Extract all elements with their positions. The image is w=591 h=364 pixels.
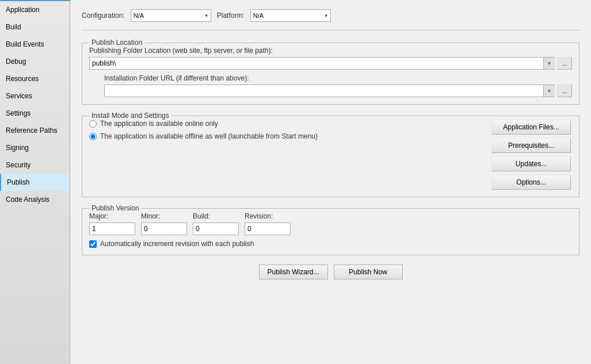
platform-label: Platform:	[217, 12, 245, 20]
installation-input-row: ▼ ...	[104, 85, 572, 97]
build-label: Build:	[193, 212, 239, 220]
folder-combo-wrapper: ▼	[89, 57, 555, 70]
folder-label: Publishing Folder Location (web site, ft…	[89, 47, 572, 55]
sidebar-item-settings[interactable]: Settings	[0, 105, 70, 122]
offline-label[interactable]: The application is available offline as …	[100, 132, 318, 140]
options-button[interactable]: Options...	[491, 175, 571, 190]
install-mode-right: Application Files... Prerequisites... Up…	[491, 120, 572, 190]
sidebar-item-build-events[interactable]: Build Events	[0, 36, 70, 53]
folder-dropdown-arrow[interactable]: ▼	[543, 57, 555, 70]
minor-label: Minor:	[141, 212, 187, 220]
configuration-select-wrapper: N/A	[131, 9, 211, 22]
revision-input[interactable]	[245, 223, 291, 235]
sidebar: Application Build Build Events Debug Res…	[0, 0, 70, 364]
installation-label: Installation Folder URL (if different th…	[104, 74, 572, 82]
sidebar-item-reference-paths[interactable]: Reference Paths	[0, 122, 70, 139]
revision-label: Revision:	[245, 212, 291, 220]
install-mode-radio-group: The application is available online only…	[89, 120, 486, 140]
application-files-button[interactable]: Application Files...	[491, 120, 571, 135]
folder-input[interactable]	[89, 57, 555, 70]
installation-combo-wrapper: ▼	[104, 85, 555, 97]
version-labels-row: Major: Minor: Build: Revision:	[89, 212, 572, 220]
install-mode-container: The application is available online only…	[89, 120, 572, 190]
sidebar-item-code-analysis[interactable]: Code Analysis	[0, 191, 70, 208]
main-content: Configuration: N/A Platform: N/A Publish…	[70, 0, 591, 364]
online-only-radio[interactable]	[89, 120, 97, 128]
installation-dropdown-arrow[interactable]: ▼	[543, 85, 555, 97]
publish-version-title: Publish Version	[89, 204, 142, 212]
install-mode-left: The application is available online only…	[89, 120, 486, 140]
minor-input[interactable]	[141, 223, 187, 235]
prerequisites-button[interactable]: Prerequisites...	[491, 138, 571, 153]
sidebar-item-services[interactable]: Services	[0, 87, 70, 105]
configuration-select[interactable]: N/A	[131, 9, 211, 22]
offline-radio[interactable]	[89, 133, 97, 140]
configuration-label: Configuration:	[82, 12, 125, 20]
publish-version-section: Publish Version Major: Minor: Build: Rev…	[82, 204, 579, 255]
updates-button[interactable]: Updates...	[491, 156, 571, 171]
sidebar-item-build[interactable]: Build	[0, 18, 70, 36]
install-mode-title: Install Mode and Settings	[89, 112, 171, 120]
version-inputs-row	[89, 223, 572, 235]
build-input[interactable]	[193, 223, 239, 235]
sidebar-item-signing[interactable]: Signing	[0, 139, 70, 156]
auto-increment-label[interactable]: Automatically increment revision with ea…	[100, 240, 254, 248]
offline-row: The application is available offline as …	[89, 132, 486, 140]
folder-browse-button[interactable]: ...	[557, 57, 572, 70]
publish-wizard-button[interactable]: Publish Wizard...	[259, 265, 328, 279]
sidebar-item-publish[interactable]: Publish	[0, 174, 70, 191]
installation-browse-button[interactable]: ...	[557, 85, 572, 97]
platform-select[interactable]: N/A	[250, 9, 331, 22]
config-row: Configuration: N/A Platform: N/A	[82, 9, 579, 22]
sidebar-item-application[interactable]: Application	[0, 1, 70, 18]
online-only-label[interactable]: The application is available online only	[100, 120, 218, 128]
folder-input-row: ▼ ...	[89, 57, 572, 70]
install-mode-section: Install Mode and Settings The applicatio…	[82, 112, 579, 197]
major-input[interactable]	[89, 223, 135, 235]
online-only-row: The application is available online only	[89, 120, 486, 128]
publish-actions-row: Publish Wizard... Publish Now	[82, 265, 579, 279]
auto-increment-checkbox[interactable]	[89, 240, 97, 248]
sidebar-item-debug[interactable]: Debug	[0, 53, 70, 70]
sidebar-item-resources[interactable]: Resources	[0, 70, 70, 87]
sidebar-item-security[interactable]: Security	[0, 156, 70, 174]
publish-location-section: Publish Location Publishing Folder Locat…	[82, 39, 579, 105]
auto-increment-row: Automatically increment revision with ea…	[89, 240, 572, 248]
separator-top	[82, 30, 579, 30]
platform-select-wrapper: N/A	[250, 9, 331, 22]
publish-location-title: Publish Location	[89, 39, 144, 47]
publish-now-button[interactable]: Publish Now	[334, 265, 403, 279]
installation-input[interactable]	[104, 85, 555, 97]
major-label: Major:	[89, 212, 135, 220]
